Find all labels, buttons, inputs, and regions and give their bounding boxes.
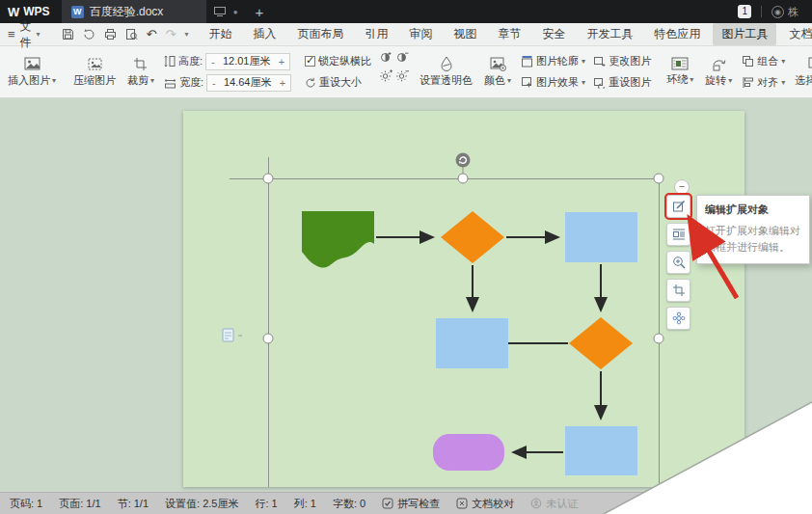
rotate-button[interactable]: 旋转▾ [699,48,738,95]
tab-special-features[interactable]: 特色应用 [645,23,709,45]
height-value[interactable]: 12.01厘米 [223,54,271,68]
picture-outline-label: 图片轮廓 [536,54,579,68]
selection-pane-button[interactable]: 选择窗格 [789,48,812,95]
status-word-count[interactable]: 字数: 0 [333,497,365,511]
ribbon-tabs: 开始 插入 页面布局 引用 审阅 视图 章节 安全 开发工具 特色应用 图片工具… [198,23,812,45]
reset-picture-icon [593,76,606,89]
width-icon [164,77,176,89]
title-bar: W WPS W 百度经验.docx ● + 1 ◉ 株 [0,0,812,23]
height-stepper[interactable]: - 12.01厘米 + [205,53,290,70]
set-transparent-color-button[interactable]: 设置透明色 [414,48,478,95]
reset-size-label: 重设大小 [319,75,362,90]
rotate-icon [711,57,726,71]
increase-brightness-icon[interactable] [380,69,392,82]
edit-extended-object-button[interactable] [666,195,690,218]
picture-outline-button[interactable]: 图片轮廓▾ [521,52,585,70]
lock-aspect-ratio-checkbox[interactable]: 锁定纵横比 [305,52,371,70]
undo-icon[interactable]: ↶ [147,27,157,41]
not-certified-status[interactable]: 未认证 [530,497,578,511]
unsaved-dot-icon: ● [233,8,238,16]
picture-icon [24,57,41,71]
collapse-toolbar-button[interactable]: − [674,179,690,195]
width-value[interactable]: 14.64厘米 [224,75,272,90]
split-view-icon[interactable] [214,7,226,16]
height-label: 高度: [178,54,203,68]
compress-picture-button[interactable]: 压缩图片 [68,48,122,95]
align-button[interactable]: 对齐▾ [742,73,785,92]
picture-effects-icon [521,76,533,89]
picture-effects-button[interactable]: 图片效果▾ [521,73,585,92]
user-icon: ◉ [771,6,784,18]
picture-outline-icon [521,55,533,68]
print-preview-icon[interactable] [125,28,138,41]
crop-image-button[interactable] [666,279,690,302]
redo-icon[interactable]: ↷ [166,27,176,41]
change-picture-icon [593,55,606,68]
group-icon [742,55,754,68]
group-label: 组合 [757,54,778,68]
width-stepper[interactable]: - 14.64厘米 + [206,74,291,92]
group-button[interactable]: 组合▾ [742,52,785,70]
export-pdf-icon[interactable] [83,28,95,41]
tab-section[interactable]: 章节 [489,23,529,45]
wps-logo-text: WPS [23,5,49,18]
doc-proofing-icon [456,498,468,509]
height-icon [164,55,176,68]
width-minus[interactable]: - [212,77,216,89]
height-minus[interactable]: - [211,56,215,68]
selection-pane-icon [808,57,812,71]
decrease-brightness-icon[interactable] [396,69,409,82]
color-button[interactable]: 颜色▾ [478,48,517,95]
change-picture-button[interactable]: 更改图片 [593,52,651,70]
flowchart-process-2 [436,318,508,368]
zoom-view-button[interactable] [666,251,690,274]
tab-references[interactable]: 引用 [356,23,396,45]
tab-view[interactable]: 视图 [445,23,485,45]
print-icon[interactable] [104,28,117,41]
tab-picture-tools[interactable]: 图片工具 [713,23,776,45]
tooltip-body: 打开扩展对象编辑对话框并进行编辑。 [705,223,801,256]
align-label: 对齐 [757,75,778,90]
color-picture-icon [490,57,506,71]
reset-size-button[interactable]: 重设大小 [305,73,371,92]
tab-doc-assistant[interactable]: 文档助手 [780,23,812,45]
file-menu[interactable]: ≡ 文件 ▾ [8,18,48,51]
layout-options-button[interactable] [666,223,690,246]
flowchart-terminator-shape [433,434,504,471]
tab-home[interactable]: 开始 [200,23,240,45]
doc-proofing-label: 文档校对 [472,497,514,511]
tab-security[interactable]: 安全 [533,23,574,45]
tab-developer[interactable]: 开发工具 [578,23,641,45]
document-page[interactable] [183,111,744,487]
document-canvas-area[interactable]: − 编辑扩展对象 打开扩展对象编辑对话框并进行编辑。 [0,98,812,492]
user-name: 株 [788,5,798,19]
checkbox-checked-icon [305,56,315,67]
width-plus[interactable]: + [280,77,285,89]
flowchart-image[interactable] [183,111,744,487]
insert-picture-button[interactable]: 插入图片▾ [2,48,62,95]
quickbar-dropdown-icon[interactable]: ▾ [184,30,188,39]
flowchart-document-shape [302,211,374,268]
decrease-contrast-icon[interactable] [396,51,409,64]
beautify-picture-button[interactable] [666,307,690,330]
height-plus[interactable]: + [279,56,284,68]
document-tab[interactable]: W 百度经验.docx [62,0,206,23]
tab-page-layout[interactable]: 页面布局 [288,23,352,45]
crop-button[interactable]: 裁剪▾ [122,48,160,95]
writer-doc-icon: W [71,6,84,18]
new-tab-button[interactable]: + [245,4,273,20]
rotate-handle[interactable] [456,153,471,168]
magnifier-plus-icon [672,256,686,269]
save-icon[interactable] [62,28,74,41]
tab-review[interactable]: 审阅 [400,23,441,45]
wrap-button[interactable]: 环绕▾ [661,48,699,95]
notification-badge[interactable]: 1 [738,5,751,18]
user-avatar[interactable]: ◉ 株 [771,5,798,19]
status-page-count: 页面: 1/1 [59,497,100,511]
increase-contrast-icon[interactable] [380,51,392,64]
doc-proofing-toggle[interactable]: 文档校对 [456,497,514,511]
spell-check-toggle[interactable]: 拼写检查 [382,497,440,511]
flowchart-decision-1 [441,211,504,263]
reset-picture-button[interactable]: 重设图片 [593,73,651,92]
tab-insert[interactable]: 插入 [244,23,284,45]
